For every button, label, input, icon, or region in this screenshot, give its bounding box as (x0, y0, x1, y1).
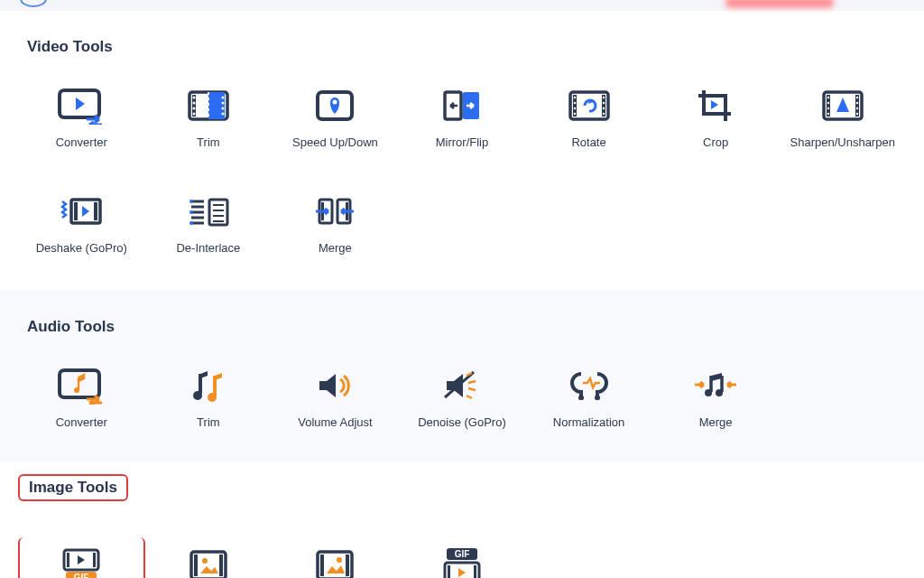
svg-point-62 (208, 393, 217, 402)
svg-point-21 (573, 102, 575, 104)
video-to-pic-icon (184, 546, 233, 578)
svg-rect-41 (94, 202, 97, 220)
svg-point-20 (573, 97, 575, 98)
svg-rect-89 (474, 565, 476, 578)
audio-trim-icon (184, 367, 233, 405)
tool-label: De-Interlace (176, 241, 240, 255)
image-tools-heading: Image Tools (18, 474, 128, 501)
speed-icon (310, 87, 359, 125)
svg-point-9 (221, 97, 224, 99)
logo-icon (20, 0, 47, 7)
tool-crop[interactable]: Crop (652, 87, 780, 149)
mirror-flip-icon (438, 87, 486, 125)
svg-point-22 (573, 107, 575, 109)
svg-point-5 (192, 97, 195, 99)
video-to-gif-icon: GIF (57, 546, 106, 578)
svg-point-14 (333, 100, 337, 105)
tool-label: Deshake (GoPro) (36, 241, 127, 255)
tool-label: Denoise (GoPro) (418, 415, 506, 429)
svg-rect-82 (320, 555, 324, 576)
svg-point-8 (192, 113, 195, 116)
merge-icon (310, 192, 359, 230)
tool-converter[interactable]: Converter (18, 87, 145, 149)
svg-point-70 (705, 389, 712, 396)
tool-rotate[interactable]: Rotate (525, 87, 652, 149)
trim-icon (184, 87, 233, 125)
svg-point-27 (602, 113, 604, 115)
svg-point-31 (827, 97, 829, 98)
tool-label: Converter (56, 135, 107, 149)
audio-tools-grid: Converter Trim (18, 367, 906, 429)
audio-merge-icon (691, 367, 740, 405)
tool-label: Converter (56, 415, 107, 429)
svg-point-36 (856, 102, 858, 104)
video-tools-section: Video Tools Converter (0, 11, 924, 291)
tool-merge[interactable]: Merge (272, 192, 399, 255)
tool-sharpen[interactable]: Sharpen/Unsharpen (779, 87, 906, 149)
svg-point-26 (602, 107, 604, 109)
tool-trim[interactable]: Trim (145, 87, 273, 149)
audio-converter-icon (57, 367, 106, 405)
svg-point-54 (189, 221, 193, 225)
svg-point-6 (192, 102, 195, 105)
tool-label: Sharpen/Unsharpen (790, 135, 895, 149)
svg-rect-88 (448, 565, 450, 578)
svg-point-12 (221, 113, 224, 116)
svg-point-35 (856, 97, 858, 98)
svg-line-67 (467, 396, 472, 398)
svg-point-25 (602, 102, 604, 104)
tool-gif-to-video[interactable]: GIF GIF to Video (399, 546, 526, 578)
svg-point-34 (827, 113, 829, 115)
svg-point-37 (856, 107, 858, 109)
svg-rect-69 (595, 396, 600, 400)
pic-to-video-icon (310, 546, 359, 578)
svg-point-80 (202, 558, 208, 564)
svg-point-24 (602, 97, 604, 98)
svg-point-10 (221, 102, 224, 105)
image-tools-grid: GIF Video to GIF Video to PIC (18, 546, 906, 578)
svg-rect-83 (346, 555, 349, 576)
svg-point-60 (74, 387, 79, 393)
tool-label: Merge (699, 415, 733, 429)
audio-tools-heading: Audio Tools (18, 314, 124, 340)
tool-label: Normalization (553, 415, 624, 429)
tool-label: Crop (703, 135, 728, 149)
svg-point-32 (827, 102, 829, 104)
tool-denoise[interactable]: Denoise (GoPro) (399, 367, 526, 429)
audio-tools-section: Audio Tools Converter (0, 291, 924, 461)
svg-point-84 (337, 557, 342, 563)
tool-speed[interactable]: Speed Up/Down (272, 87, 399, 149)
sharpen-icon (818, 87, 867, 125)
svg-point-7 (192, 107, 195, 110)
tool-label: Trim (197, 135, 220, 149)
rotate-icon (565, 87, 614, 125)
tool-video-to-gif[interactable]: GIF Video to GIF (18, 537, 145, 578)
volume-adjust-icon (310, 367, 359, 405)
video-tools-grid: Converter Trim (18, 87, 906, 255)
svg-rect-73 (67, 553, 69, 567)
upgrade-button[interactable] (725, 0, 834, 8)
tool-label: Merge (319, 241, 352, 255)
tool-deinterlace[interactable]: De-Interlace (145, 192, 273, 255)
tool-volume-adjust[interactable]: Volume Adjust (272, 367, 399, 429)
svg-point-61 (193, 391, 202, 400)
tool-pic-to-video[interactable]: PIC to Video (272, 546, 399, 578)
svg-point-11 (221, 107, 224, 110)
tool-label: Volume Adjust (298, 415, 372, 429)
svg-rect-74 (93, 553, 96, 567)
svg-text:GIF: GIF (455, 549, 470, 559)
svg-rect-78 (194, 555, 198, 576)
svg-text:GIF: GIF (74, 573, 89, 578)
tool-audio-merge[interactable]: Merge (652, 367, 780, 429)
video-tools-heading: Video Tools (18, 34, 122, 60)
image-tools-section: Image Tools GIF Video to GIF (0, 461, 924, 578)
tool-audio-converter[interactable]: Converter (18, 367, 145, 429)
svg-point-52 (189, 200, 193, 203)
tool-deshake[interactable]: Deshake (GoPro) (18, 192, 145, 255)
svg-point-38 (856, 113, 858, 115)
svg-rect-4 (208, 92, 225, 119)
tool-normalization[interactable]: Normalization (525, 367, 652, 429)
tool-audio-trim[interactable]: Trim (145, 367, 273, 429)
tool-video-to-pic[interactable]: Video to PIC (145, 546, 273, 578)
tool-mirror-flip[interactable]: Mirror/Flip (399, 87, 526, 149)
